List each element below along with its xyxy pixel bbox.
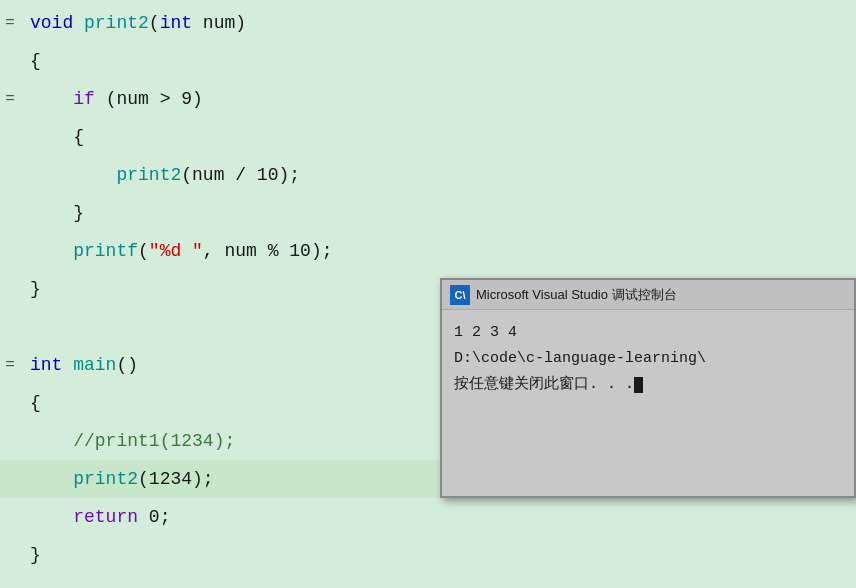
code-text: { (30, 42, 41, 80)
token-plain: (1234); (138, 469, 214, 489)
code-text: { (30, 384, 41, 422)
code-text: return 0; (30, 498, 170, 536)
console-output-line2: D:\code\c-language-learning\ (454, 346, 842, 372)
gutter-marker (0, 156, 20, 194)
gutter-marker (0, 498, 20, 536)
gutter-marker (0, 118, 20, 156)
code-line: } (0, 536, 856, 574)
console-body: 1 2 3 4 D:\code\c-language-learning\ 按任意… (442, 310, 854, 496)
cursor (634, 377, 643, 393)
token-kw-int: int (160, 13, 192, 33)
code-line: { (0, 118, 856, 156)
code-text: print2(num / 10); (30, 156, 300, 194)
token-plain: { (30, 51, 41, 71)
token-plain: (num > 9) (95, 89, 203, 109)
code-text: } (30, 536, 41, 574)
token-fn-cyan: print2 (84, 13, 149, 33)
code-line: print2(num / 10); (0, 156, 856, 194)
code-text: } (30, 270, 41, 308)
code-line: return 0; (0, 498, 856, 536)
token-fn-cyan: printf (73, 241, 138, 261)
token-fn-cyan: main (73, 355, 116, 375)
editor-area: =void print2(int num){= if (num > 9) { p… (0, 0, 856, 588)
token-kw-void: void (30, 13, 84, 33)
token-plain: , num % 10); (203, 241, 333, 261)
code-line: } (0, 194, 856, 232)
console-titlebar: C\ Microsoft Visual Studio 调试控制台 (442, 280, 854, 310)
code-text: void print2(int num) (30, 4, 246, 42)
gutter-marker (0, 384, 20, 422)
token-plain (62, 355, 73, 375)
gutter-marker (0, 308, 20, 346)
console-output-line3: 按任意键关闭此窗口. . . (454, 372, 842, 398)
gutter-marker (0, 232, 20, 270)
code-text: print2(1234); (30, 460, 214, 498)
gutter-marker (0, 194, 20, 232)
code-line: = if (num > 9) (0, 80, 856, 118)
code-line: { (0, 42, 856, 80)
token-plain: } (30, 279, 41, 299)
gutter-marker (0, 422, 20, 460)
token-plain: (num / 10); (181, 165, 300, 185)
console-title: Microsoft Visual Studio 调试控制台 (476, 286, 846, 304)
console-window[interactable]: C\ Microsoft Visual Studio 调试控制台 1 2 3 4… (440, 278, 856, 498)
gutter-marker (0, 536, 20, 574)
token-plain: ( (149, 13, 160, 33)
code-text: { (30, 118, 84, 156)
code-text: //print1(1234); (30, 422, 235, 460)
token-kw-if: if (73, 89, 95, 109)
token-plain: { (73, 127, 84, 147)
gutter-marker: = (0, 4, 20, 42)
code-line: =void print2(int num) (0, 4, 856, 42)
token-plain: () (116, 355, 138, 375)
token-comment-green: //print1(1234); (73, 431, 235, 451)
gutter-marker: = (0, 346, 20, 384)
console-icon-label: C\ (455, 289, 466, 301)
token-kw-return: return (73, 507, 138, 527)
gutter-marker (0, 270, 20, 308)
gutter-marker (0, 460, 20, 498)
token-kw-int: int (30, 355, 62, 375)
token-plain: num) (192, 13, 246, 33)
token-fn-cyan: print2 (73, 469, 138, 489)
token-plain: } (73, 203, 84, 223)
gutter-marker: = (0, 80, 20, 118)
token-str-red: "%d " (149, 241, 203, 261)
token-fn-cyan: print2 (116, 165, 181, 185)
token-plain: 0; (138, 507, 170, 527)
code-text: printf("%d ", num % 10); (30, 232, 332, 270)
code-text: if (num > 9) (30, 80, 203, 118)
code-line: printf("%d ", num % 10); (0, 232, 856, 270)
gutter-marker (0, 42, 20, 80)
code-text: int main() (30, 346, 138, 384)
code-text: } (30, 194, 84, 232)
token-plain: ( (138, 241, 149, 261)
console-app-icon: C\ (450, 285, 470, 305)
token-plain: } (30, 545, 41, 565)
console-output-line1: 1 2 3 4 (454, 320, 842, 346)
token-plain: { (30, 393, 41, 413)
